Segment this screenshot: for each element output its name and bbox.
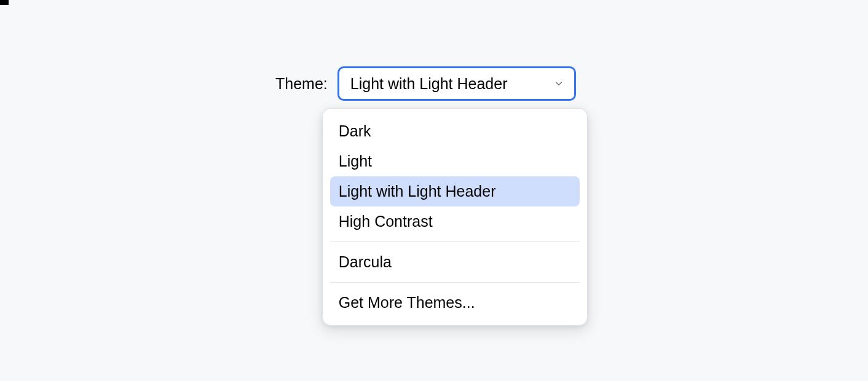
theme-option[interactable]: Dark xyxy=(330,116,580,146)
theme-setting-row: Theme: Light with Light Header DarkLight… xyxy=(275,66,576,101)
theme-select-value: Light with Light Header xyxy=(350,75,508,93)
theme-option[interactable]: High Contrast xyxy=(330,206,580,237)
theme-select-button[interactable]: Light with Light Header xyxy=(337,66,576,101)
window-corner-artifact xyxy=(0,0,9,5)
theme-combobox: Light with Light Header DarkLightLight w… xyxy=(337,66,576,101)
chevron-down-icon xyxy=(553,78,564,89)
dropdown-separator xyxy=(330,242,580,242)
dropdown-separator xyxy=(330,282,580,283)
theme-option[interactable]: Darcula xyxy=(330,247,580,277)
theme-option[interactable]: Light xyxy=(330,146,580,176)
theme-option[interactable]: Get More Themes... xyxy=(330,288,580,318)
theme-label: Theme: xyxy=(275,75,328,93)
theme-option[interactable]: Light with Light Header xyxy=(330,176,580,206)
theme-dropdown: DarkLightLight with Light HeaderHigh Con… xyxy=(322,108,588,326)
